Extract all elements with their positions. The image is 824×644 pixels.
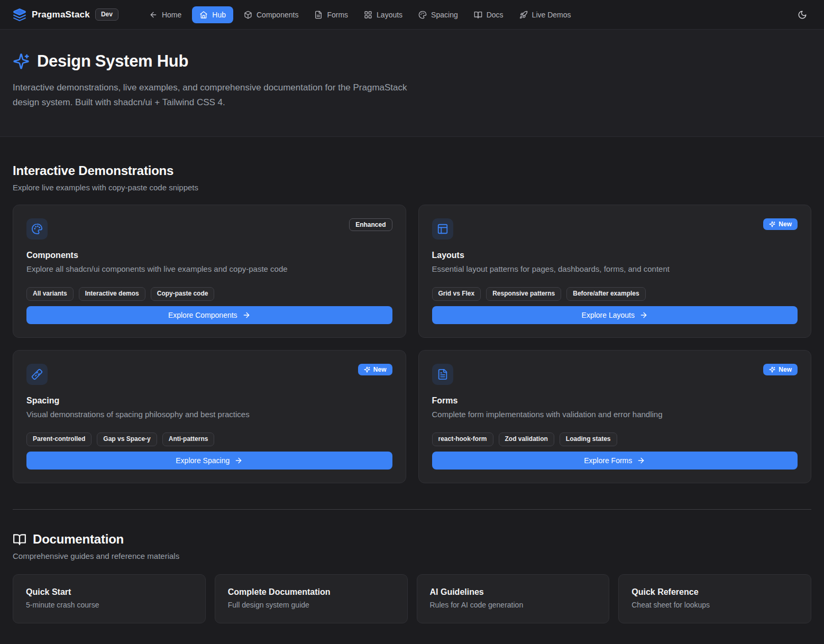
page-title: Design System Hub bbox=[37, 52, 188, 71]
feature-card-spacing: New Spacing Visual demonstrations of spa… bbox=[13, 350, 406, 483]
layout-grid-icon bbox=[364, 11, 372, 19]
brand-name: PragmaStack bbox=[32, 10, 90, 20]
box-icon bbox=[244, 11, 252, 19]
book-open-icon bbox=[13, 532, 26, 546]
nav-item-home[interactable]: Home bbox=[144, 6, 187, 23]
doc-card-quick-start[interactable]: Quick Start 5-minute crash course bbox=[13, 574, 206, 623]
tag: Interactive demos bbox=[79, 287, 145, 301]
section-divider bbox=[13, 509, 811, 510]
card-description: Essential layout patterns for pages, das… bbox=[432, 264, 798, 273]
card-title: Forms bbox=[432, 396, 798, 406]
book-open-icon bbox=[474, 11, 482, 19]
tag: react-hook-form bbox=[432, 433, 493, 446]
explore-spacing-button[interactable]: Explore Spacing bbox=[26, 452, 392, 470]
nav-item-forms[interactable]: Forms bbox=[309, 6, 353, 23]
tag: Gap vs Space-y bbox=[97, 433, 157, 446]
demos-section-subtitle: Explore live examples with copy-paste co… bbox=[13, 183, 811, 192]
tag: Anti-patterns bbox=[162, 433, 215, 446]
theme-toggle-button[interactable] bbox=[793, 6, 811, 24]
arrow-right-icon bbox=[639, 311, 648, 319]
doc-card-ai-guidelines[interactable]: AI Guidelines Rules for AI code generati… bbox=[417, 574, 610, 623]
tag: Parent-controlled bbox=[26, 433, 91, 446]
arrow-right-icon bbox=[234, 456, 243, 465]
doc-card-grid: Quick Start 5-minute crash course Comple… bbox=[13, 574, 811, 623]
file-text-icon bbox=[314, 11, 323, 19]
sparkles-icon bbox=[13, 53, 30, 70]
brand: PragmaStack Dev bbox=[13, 8, 118, 22]
hero-section: Design System Hub Interactive demonstrat… bbox=[0, 30, 824, 137]
tag-row: Grid vs Flex Responsive patterns Before/… bbox=[432, 287, 798, 301]
feature-card-components: Enhanced Components Explore all shadcn/u… bbox=[13, 205, 406, 338]
moon-icon bbox=[798, 10, 807, 20]
new-badge: New bbox=[763, 218, 798, 230]
doc-card-description: Full design system guide bbox=[228, 601, 395, 609]
status-badge: Enhanced bbox=[349, 218, 392, 231]
tag-row: Parent-controlled Gap vs Space-y Anti-pa… bbox=[26, 433, 392, 446]
arrow-left-icon bbox=[149, 11, 158, 19]
house-icon bbox=[199, 11, 208, 19]
palette-icon bbox=[26, 218, 48, 240]
docs-section-subtitle: Comprehensive guides and reference mater… bbox=[13, 551, 811, 560]
doc-card-title: Complete Documentation bbox=[228, 587, 395, 597]
ruler-icon bbox=[26, 364, 48, 385]
nav-item-docs[interactable]: Docs bbox=[469, 6, 509, 23]
feature-card-layouts: New Layouts Essential layout patterns fo… bbox=[418, 205, 812, 338]
docs-section: Documentation Comprehensive guides and r… bbox=[13, 532, 811, 623]
tag: All variants bbox=[26, 287, 74, 301]
nav-links: Home Hub Components Forms Layouts bbox=[144, 6, 576, 23]
feature-card-forms: New Forms Complete form implementations … bbox=[418, 350, 812, 483]
nav-item-layouts[interactable]: Layouts bbox=[359, 6, 408, 23]
tag: Grid vs Flex bbox=[432, 287, 481, 301]
rocket-icon bbox=[519, 11, 528, 19]
explore-layouts-button[interactable]: Explore Layouts bbox=[432, 306, 798, 324]
nav-item-components[interactable]: Components bbox=[239, 6, 304, 23]
page-subtitle: Interactive demonstrations, live example… bbox=[13, 80, 415, 110]
demos-section: Interactive Demonstrations Explore live … bbox=[13, 163, 811, 483]
tag: Responsive patterns bbox=[486, 287, 561, 301]
explore-forms-button[interactable]: Explore Forms bbox=[432, 452, 798, 470]
file-text-icon bbox=[432, 364, 453, 385]
doc-card-title: Quick Reference bbox=[631, 587, 798, 597]
tag: Copy-paste code bbox=[151, 287, 215, 301]
top-nav: PragmaStack Dev Home Hub Components Fo bbox=[0, 0, 824, 30]
card-description: Complete form implementations with valid… bbox=[432, 410, 798, 419]
nav-item-live-demos[interactable]: Live Demos bbox=[514, 6, 576, 23]
layers-logo-icon bbox=[13, 8, 26, 22]
doc-card-title: Quick Start bbox=[26, 587, 193, 597]
tag: Zod validation bbox=[499, 433, 554, 446]
tag: Loading states bbox=[560, 433, 617, 446]
panel-layout-icon bbox=[432, 218, 453, 240]
new-badge: New bbox=[358, 364, 392, 375]
new-badge: New bbox=[763, 364, 798, 375]
doc-card-description: 5-minute crash course bbox=[26, 601, 193, 609]
dev-badge: Dev bbox=[95, 8, 118, 20]
explore-components-button[interactable]: Explore Components bbox=[26, 306, 392, 324]
doc-card-description: Rules for AI code generation bbox=[430, 601, 597, 609]
nav-item-spacing[interactable]: Spacing bbox=[413, 6, 463, 23]
tag-row: react-hook-form Zod validation Loading s… bbox=[432, 433, 798, 446]
nav-item-hub[interactable]: Hub bbox=[192, 6, 233, 23]
arrow-right-icon bbox=[242, 311, 251, 319]
doc-card-title: AI Guidelines bbox=[430, 587, 597, 597]
card-description: Visual demonstrations of spacing philoso… bbox=[26, 410, 392, 419]
docs-section-title: Documentation bbox=[33, 532, 124, 547]
card-title: Layouts bbox=[432, 251, 798, 260]
card-description: Explore all shadcn/ui components with li… bbox=[26, 264, 392, 273]
doc-card-description: Cheat sheet for lookups bbox=[631, 601, 798, 609]
palette-icon bbox=[418, 11, 427, 19]
tag-row: All variants Interactive demos Copy-past… bbox=[26, 287, 392, 301]
demo-card-grid: Enhanced Components Explore all shadcn/u… bbox=[13, 205, 811, 483]
card-title: Spacing bbox=[26, 396, 392, 406]
arrow-right-icon bbox=[637, 456, 645, 465]
demos-section-title: Interactive Demonstrations bbox=[13, 163, 811, 178]
doc-card-quick-reference[interactable]: Quick Reference Cheat sheet for lookups bbox=[618, 574, 811, 623]
card-title: Components bbox=[26, 251, 392, 260]
doc-card-complete-documentation[interactable]: Complete Documentation Full design syste… bbox=[215, 574, 408, 623]
tag: Before/after examples bbox=[566, 287, 645, 301]
